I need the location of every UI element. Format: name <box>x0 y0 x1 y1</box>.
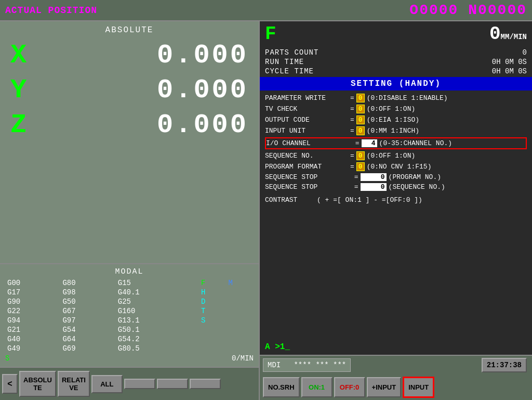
cycle-time-row: CYCLE TIME 0H 0M 0S <box>265 67 527 76</box>
modal-cell-d: D <box>199 297 227 306</box>
left-panel: ABSOLUTE X 0.000 Y 0.000 Z 0.000 MODAL <box>0 21 260 400</box>
sequence-no-val: 0 <box>356 151 365 160</box>
tv-check-row: TV CHECK = 0 (0:OFF 1:ON) <box>265 104 527 114</box>
prompt-text: A >1_ <box>265 342 290 352</box>
no-srh-button[interactable]: NO.SRH <box>263 377 300 397</box>
plus-input-button[interactable]: +INPUT <box>367 377 402 397</box>
param-write-desc: (0:DISABLE 1:ENABLE) <box>367 94 448 102</box>
program-format-row: PROGRAM FORMAT = 0 (0:NO CNV 1:F15) <box>265 161 527 172</box>
parts-count-value: 0 <box>523 48 527 57</box>
empty-button-2[interactable] <box>157 379 188 389</box>
modal-cell: G22 <box>5 306 60 316</box>
tv-check-val: 0 <box>356 105 365 113</box>
run-time-label: RUN TIME <box>265 58 304 66</box>
modal-cell: G94 <box>5 316 60 325</box>
setting-header: SETTING (HANDY) <box>260 77 532 91</box>
input-unit-row: INPUT UNIT = 0 (0:MM 1:INCH) <box>265 125 527 136</box>
modal-cell: G15 <box>116 278 199 288</box>
modal-row-4: G22 G67 G160 T <box>5 306 254 316</box>
modal-row-3: G90 G50 G25 D <box>5 297 254 306</box>
sequence-stop-2-desc: (SEQUENCE NO.) <box>389 183 445 191</box>
run-time-row: RUN TIME 0H 0M 0S <box>265 57 527 67</box>
contrast-desc: ( + =[ ON:1 ] - =[OFF:0 ]) <box>317 196 422 204</box>
modal-cell: G80 <box>60 278 115 288</box>
input-unit-desc: (0:MM 1:INCH) <box>367 127 419 135</box>
modal-cell: G98 <box>60 288 115 297</box>
bottom-function-buttons: NO.SRH ON:1 OFF:0 +INPUT INPUT <box>260 375 532 400</box>
modal-cell <box>226 334 254 344</box>
modal-cell: G54.2 <box>116 334 199 344</box>
mdi-info: **** *** *** <box>294 361 346 369</box>
modal-cell: G40 <box>5 334 60 344</box>
modal-row-6: G21 G54 G50.1 <box>5 325 254 334</box>
program-number: O0000 N00000 <box>409 2 527 18</box>
feed-unit: MM/MIN <box>501 33 527 41</box>
sequence-stop-1-val: 0 <box>361 173 387 181</box>
modal-cell <box>199 334 227 344</box>
io-channel-key: I/O CHANNEL <box>266 139 349 147</box>
on1-button[interactable]: ON:1 <box>301 377 332 397</box>
modal-cell: G54 <box>60 325 115 334</box>
modal-table: G00 G80 G15 F M G17 G98 G40.1 H G90 <box>5 278 254 353</box>
input-button[interactable]: INPUT <box>403 377 434 398</box>
bottom-left-buttons: < ABSOLUTE RELATIVE ALL <box>0 367 259 400</box>
tv-check-desc: (0:OFF 1:ON) <box>367 105 416 113</box>
actual-position-label: ACTUAL POSITION <box>5 5 97 16</box>
sequence-stop-2-val: 0 <box>361 183 387 191</box>
modal-cell: G40.1 <box>116 288 199 297</box>
modal-row-5: G94 G97 G13.1 S <box>5 316 254 325</box>
modal-cell: G17 <box>5 288 60 297</box>
axis-label-x: X <box>10 40 42 71</box>
modal-cell: G64 <box>60 334 115 344</box>
modal-cell: G50.1 <box>116 325 199 334</box>
status-bar: MDI **** *** *** 21:37:38 <box>260 355 532 375</box>
modal-cell: G67 <box>60 306 115 316</box>
screen: ACTUAL POSITION O0000 N00000 ABSOLUTE X … <box>0 0 532 400</box>
modal-cell <box>226 316 254 325</box>
settings-section: PARAMETER WRITE = 0 (0:DISABLE 1:ENABLE)… <box>260 91 532 339</box>
input-unit-key: INPUT UNIT <box>265 127 348 135</box>
modal-section: MODAL G00 G80 G15 F M G17 G98 G40.1 H <box>0 264 259 367</box>
io-channel-row[interactable]: I/O CHANNEL = 4 (0-35:CHANNEL NO.) <box>265 137 527 149</box>
modal-cell-s: S <box>199 316 227 325</box>
arrow-button[interactable]: < <box>2 374 18 394</box>
status-time: 21:37:38 <box>482 358 527 372</box>
empty-button-3[interactable] <box>190 379 221 389</box>
modal-cell <box>199 344 227 353</box>
s-row: S 0/MIN <box>5 353 254 364</box>
modal-cell <box>226 344 254 353</box>
feed-label: F <box>265 23 276 45</box>
modal-cell-m: M <box>226 278 254 288</box>
param-write-key: PARAMETER WRITE <box>265 94 348 102</box>
modal-cell: G25 <box>116 297 199 306</box>
modal-cell: G160 <box>116 306 199 316</box>
output-code-row: OUTPUT CODE = 0 (0:EIA 1:ISO) <box>265 114 527 125</box>
input-unit-val: 0 <box>356 126 365 135</box>
absolute-button[interactable]: ABSOLUTE <box>19 371 56 397</box>
off0-button[interactable]: OFF:0 <box>334 377 365 397</box>
right-panel: F 0MM/MIN PARTS COUNT 0 RUN TIME 0H 0M 0… <box>260 21 532 400</box>
status-mdi: MDI **** *** *** <box>263 358 351 372</box>
program-format-key: PROGRAM FORMAT <box>265 163 348 171</box>
axis-label-z: Z <box>10 110 42 140</box>
empty-button-1[interactable] <box>124 379 155 389</box>
sequence-stop-1-key: SEQUENCE STOP <box>265 173 348 181</box>
modal-title: MODAL <box>5 267 254 276</box>
parts-count-row: PARTS COUNT 0 <box>265 48 527 57</box>
all-button[interactable]: ALL <box>91 375 123 393</box>
relative-button[interactable]: RELATIVE <box>58 371 90 397</box>
modal-cell: G90 <box>5 297 60 306</box>
contrast-row: CONTRAST ( + =[ ON:1 ] - =[OFF:0 ]) <box>265 195 527 205</box>
sequence-stop-2-row: SEQUENCE STOP = 0 (SEQUENCE NO.) <box>265 182 527 192</box>
output-code-desc: (0:EIA 1:ISO) <box>367 116 419 124</box>
top-bar: ACTUAL POSITION O0000 N00000 <box>0 0 532 21</box>
modal-row-8: G49 G69 G80.5 <box>5 344 254 353</box>
sequence-stop-1-desc: (PROGRAM NO.) <box>389 173 441 181</box>
sequence-stop-2-key: SEQUENCE STOP <box>265 183 348 191</box>
axis-row-x: X 0.000 <box>5 39 254 72</box>
parts-count-label: PARTS COUNT <box>265 48 318 57</box>
tv-check-key: TV CHECK <box>265 105 348 113</box>
sequence-stop-1-row: SEQUENCE STOP = 0 (PROGRAM NO.) <box>265 172 527 182</box>
modal-cell: G00 <box>5 278 60 288</box>
modal-cell: G97 <box>60 316 115 325</box>
